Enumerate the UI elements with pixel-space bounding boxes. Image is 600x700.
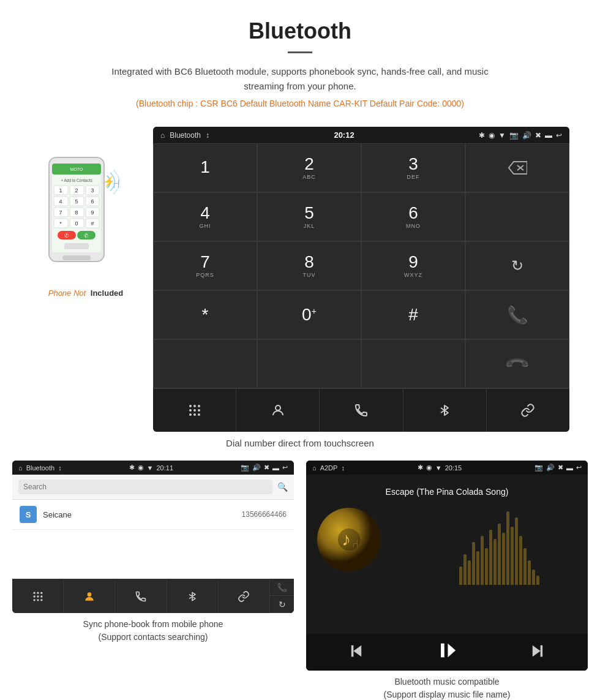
key-9[interactable]: 9WXYZ xyxy=(361,241,465,290)
music-album-art-wrapper: ♪ ⑁ xyxy=(315,506,383,576)
pb-tb-link[interactable] xyxy=(219,579,269,613)
pb-search-bar: 🔍 xyxy=(12,475,294,500)
pb-home-icon[interactable]: ⌂ xyxy=(18,464,23,472)
music-album-art-svg: ♪ ⑁ xyxy=(315,506,383,573)
bt-status-icon: ✱ xyxy=(479,131,485,140)
key-1[interactable]: 1 xyxy=(153,143,257,192)
pb-cam-icon: 📷 xyxy=(241,464,249,472)
svg-rect-69 xyxy=(540,645,542,657)
toolbar-contacts-btn[interactable] xyxy=(236,389,320,432)
screen-toolbar xyxy=(153,388,569,432)
pb-status-left: ⌂ Bluetooth ↕ xyxy=(18,464,62,472)
svg-text:1: 1 xyxy=(59,187,62,194)
svg-text:8: 8 xyxy=(75,209,78,216)
close-icon[interactable]: ✖ xyxy=(535,131,541,140)
back-icon[interactable]: ↩ xyxy=(556,131,562,140)
pb-toolbar xyxy=(12,579,269,613)
music-screen-title: A2DP xyxy=(320,464,338,472)
toolbar-phone-btn[interactable] xyxy=(320,389,403,432)
music-next-btn[interactable] xyxy=(529,642,546,663)
pb-time: 20:11 xyxy=(157,464,174,472)
key-refresh[interactable]: ↻ xyxy=(465,241,569,290)
svg-point-56 xyxy=(33,599,35,601)
key-4[interactable]: 4GHI xyxy=(153,192,257,241)
key-hash[interactable]: # xyxy=(361,290,465,339)
svg-text:9: 9 xyxy=(91,209,94,216)
pb-close-icon[interactable]: ✖ xyxy=(264,464,269,472)
music-time: 20:15 xyxy=(445,464,462,472)
page-description: Integrated with BC6 Bluetooth module, su… xyxy=(92,64,508,94)
key-star[interactable]: * xyxy=(153,290,257,339)
svg-text:2: 2 xyxy=(75,187,78,194)
toolbar-dialpad-btn[interactable] xyxy=(153,389,236,432)
pb-back-icon[interactable]: ↩ xyxy=(282,464,288,472)
svg-text:7: 7 xyxy=(59,209,62,216)
key-call-red[interactable]: 📞 xyxy=(465,339,569,388)
pb-search-icon[interactable]: 🔍 xyxy=(277,482,288,492)
page-header: Bluetooth Integrated with BC6 Bluetooth … xyxy=(0,0,600,127)
svg-point-51 xyxy=(37,592,39,593)
status-bar-right: ✱ ◉ ▼ 📷 🔊 ✖ ▬ ↩ xyxy=(479,131,562,140)
key-8[interactable]: 8TUV xyxy=(257,241,361,290)
music-status-bar: ⌂ A2DP ↕ ✱ ◉ ▼ 20:15 📷 🔊 ✖ ▬ ↩ xyxy=(306,461,588,475)
music-play-btn[interactable] xyxy=(437,640,457,664)
svg-point-57 xyxy=(37,599,39,601)
key-call-green[interactable]: 📞 xyxy=(465,290,569,339)
music-bt-icon: ✱ xyxy=(418,464,423,472)
music-visualizer xyxy=(459,487,569,585)
music-status-center: ✱ ◉ ▼ 20:15 xyxy=(418,464,462,472)
music-home-icon[interactable]: ⌂ xyxy=(312,464,317,472)
volume-icon[interactable]: 🔊 xyxy=(522,131,531,140)
pb-screen-bottom: 📞 ↻ xyxy=(12,579,294,613)
phonebook-caption: Sync phone-book from mobile phone (Suppo… xyxy=(83,618,223,644)
svg-text:5: 5 xyxy=(75,198,78,205)
pb-side-refresh[interactable]: ↻ xyxy=(270,596,294,613)
pb-contact-name: Seicane xyxy=(43,510,242,519)
pb-empty-space xyxy=(12,530,294,579)
pb-tb-phone[interactable] xyxy=(115,579,167,613)
music-usb-icon: ↕ xyxy=(341,464,345,472)
svg-point-40 xyxy=(189,405,192,407)
pb-tb-bt[interactable] xyxy=(167,579,219,613)
key-7[interactable]: 7PQRS xyxy=(153,241,257,290)
pb-tb-contacts[interactable] xyxy=(64,579,115,613)
music-status-right: 📷 🔊 ✖ ▬ ↩ xyxy=(534,464,582,472)
svg-point-43 xyxy=(189,409,192,412)
svg-text:⚡: ⚡ xyxy=(103,176,115,187)
svg-text:4: 4 xyxy=(59,198,62,205)
music-caption: Bluetooth music compatible (Support disp… xyxy=(384,676,511,700)
key-5[interactable]: 5JKL xyxy=(257,192,361,241)
pb-search-input[interactable] xyxy=(18,480,272,494)
key-0[interactable]: 0+ xyxy=(257,290,361,339)
music-prev-btn[interactable] xyxy=(348,642,365,663)
toolbar-link-btn[interactable] xyxy=(487,389,569,432)
svg-point-41 xyxy=(193,405,196,407)
toolbar-bluetooth-btn[interactable] xyxy=(403,389,487,432)
key-empty-5a xyxy=(153,339,257,388)
music-gps-icon: ◉ xyxy=(426,464,432,472)
refresh-icon: ↻ xyxy=(511,257,523,274)
svg-text:+ Add to Contacts: + Add to Contacts xyxy=(61,178,92,183)
header-divider xyxy=(288,51,312,53)
window-icon[interactable]: ▬ xyxy=(545,131,552,140)
bottom-screenshots: ⌂ Bluetooth ↕ ✱ ◉ ▼ 20:11 📷 🔊 ✖ ▬ ↩ xyxy=(0,461,600,700)
music-back-icon[interactable]: ↩ xyxy=(576,464,582,472)
pb-tb-dialpad[interactable] xyxy=(12,579,64,613)
music-signal-icon: ▼ xyxy=(435,464,442,472)
svg-text:✆: ✆ xyxy=(64,233,69,239)
dialpad-grid: 1 2ABC 3DEF 4GHI 5JKL 6MNO 7PQRS 8TUV xyxy=(153,143,569,388)
pb-contact-row: S Seicane 13566664466 xyxy=(12,500,294,530)
camera-icon[interactable]: 📷 xyxy=(509,131,519,140)
key-6[interactable]: 6MNO xyxy=(361,192,465,241)
pb-side-call[interactable]: 📞 xyxy=(270,579,294,596)
backspace-icon[interactable] xyxy=(508,160,527,175)
home-icon[interactable]: ⌂ xyxy=(160,131,165,140)
phonebook-screenshot: ⌂ Bluetooth ↕ ✱ ◉ ▼ 20:11 📷 🔊 ✖ ▬ ↩ xyxy=(12,461,294,613)
key-2[interactable]: 2ABC xyxy=(257,143,361,192)
svg-text:#: # xyxy=(91,220,94,227)
key-empty-1 xyxy=(465,143,569,192)
key-3[interactable]: 3DEF xyxy=(361,143,465,192)
pb-status-right: 📷 🔊 ✖ ▬ ↩ xyxy=(241,464,288,472)
music-close-icon[interactable]: ✖ xyxy=(558,464,563,472)
phone-not-included-label: Phone Not Included xyxy=(48,288,124,298)
